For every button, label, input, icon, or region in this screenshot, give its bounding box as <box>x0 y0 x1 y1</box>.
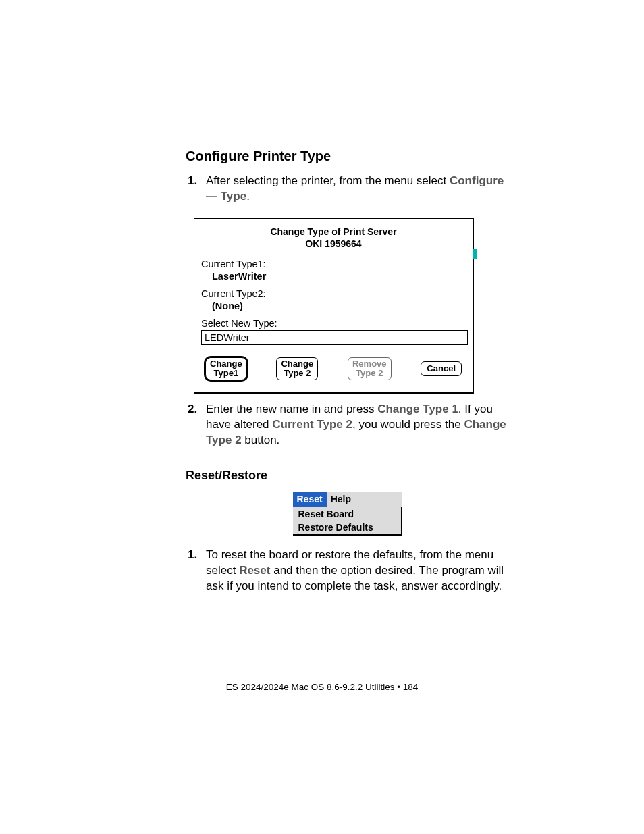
t: , you would press the <box>352 418 464 431</box>
section-heading-reset: Reset/Restore <box>186 469 509 483</box>
dialog-button-row: Change Type1 Change Type 2 Remove Type 2… <box>201 357 466 381</box>
menu-tab-help[interactable]: Help <box>327 492 355 507</box>
t: Enter the new name in and press <box>206 402 377 415</box>
btn-line: Remove <box>352 359 387 369</box>
dialog-title: Change Type of Print Server <box>201 226 466 238</box>
steps-list-2: Enter the new name in and press Change T… <box>186 402 509 448</box>
btn-line: Type 2 <box>356 368 383 378</box>
new-type-input[interactable] <box>201 330 468 345</box>
menu-tab-reset[interactable]: Reset <box>293 492 327 507</box>
type1-label: Current Type1: <box>201 259 466 269</box>
step-2: Enter the new name in and press Change T… <box>200 402 509 448</box>
page-footer: ES 2024/2024e Mac OS 8.6-9.2.2 Utilities… <box>0 682 644 692</box>
btn-line: Change <box>210 359 242 369</box>
section-heading-configure: Configure Printer Type <box>186 149 509 164</box>
type2-value: (None) <box>212 301 466 311</box>
current-type2-block: Current Type2: (None) <box>201 288 466 311</box>
t: Change Type 1 <box>377 402 458 415</box>
change-type2-button[interactable]: Change Type 2 <box>276 357 318 381</box>
t: Reset <box>239 564 270 577</box>
current-type1-block: Current Type1: LaserWriter <box>201 259 466 282</box>
menu-item-restore-defaults[interactable]: Restore Defaults <box>293 521 401 534</box>
cancel-button[interactable]: Cancel <box>421 361 462 376</box>
menu-dropdown: Reset Board Restore Defaults <box>293 507 402 536</box>
change-type1-button[interactable]: Change Type1 <box>205 357 247 381</box>
btn-line: Type1 <box>214 368 239 378</box>
type2-label: Current Type2: <box>201 288 466 299</box>
dialog-server-id: OKI 1959664 <box>201 238 466 249</box>
remove-type2-button[interactable]: Remove Type 2 <box>348 357 392 381</box>
change-type-dialog: Change Type of Print Server OKI 1959664 … <box>194 218 474 394</box>
reset-menu-screenshot: Reset Help Reset Board Restore Defaults <box>293 492 402 536</box>
t: Current Type 2 <box>272 418 352 431</box>
menu-item-reset-board[interactable]: Reset Board <box>293 507 401 521</box>
btn-line: Type 2 <box>284 368 311 378</box>
step1-text-pre: After selecting the printer, from the me… <box>206 174 450 187</box>
step-reset-1: To reset the board or restore the defaul… <box>200 548 509 594</box>
new-type-block: Select New Type: <box>201 318 466 345</box>
menu-bar: Reset Help <box>293 492 402 507</box>
new-type-label: Select New Type: <box>201 318 466 329</box>
btn-line: Change <box>281 359 313 369</box>
t: button. <box>242 434 280 446</box>
scroll-marker <box>473 249 477 259</box>
steps-list-reset: To reset the board or restore the defaul… <box>186 548 509 594</box>
step-1: After selecting the printer, from the me… <box>200 174 509 205</box>
step1-text-post: . <box>246 190 250 203</box>
steps-list-1: After selecting the printer, from the me… <box>186 174 509 205</box>
type1-value: LaserWriter <box>212 271 466 282</box>
